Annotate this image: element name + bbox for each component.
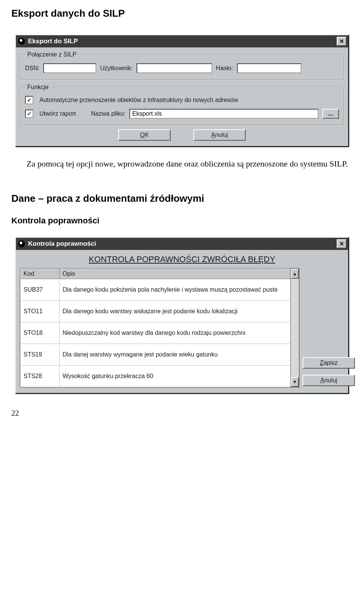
create-report-label: Utwórz raport bbox=[39, 110, 76, 117]
col-desc-header[interactable]: Opis bbox=[60, 269, 290, 279]
page-heading: Eksport danych do SILP bbox=[11, 8, 353, 19]
export-dialog: Eksport do SILP ✕ Połączenie z SILP DSN:… bbox=[15, 35, 349, 147]
browse-button[interactable]: ... bbox=[322, 109, 339, 119]
filename-label: Nazwa pliku: bbox=[91, 110, 126, 117]
body-paragraph: Za pomocą tej opcji nowe, wprowadzone da… bbox=[11, 158, 353, 170]
table-row[interactable]: SUB37 Dla danego kodu położenia pola nac… bbox=[20, 279, 290, 300]
cell-desc: Niedopuszczalny kod warstwy dla danego k… bbox=[60, 322, 290, 344]
error-table-wrap: Kod Opis SUB37 Dla danego kodu położenia… bbox=[20, 268, 300, 388]
kontrola-dialog-titlebar: Kontrola poprawności ✕ bbox=[16, 238, 348, 250]
connection-group: Połączenie z SILP DSN: Użytkownik: Hasło… bbox=[20, 51, 344, 80]
kontrola-dialog-title: Kontrola poprawności bbox=[28, 240, 96, 248]
app-icon bbox=[18, 38, 25, 45]
password-input[interactable] bbox=[237, 63, 301, 73]
scrollbar[interactable]: ▲ ▼ bbox=[290, 269, 299, 387]
connection-legend: Połączenie z SILP bbox=[25, 51, 79, 58]
cell-desc: Dla danej warstwy wymagane jest podanie … bbox=[60, 344, 290, 365]
save-button[interactable]: Zapisz bbox=[303, 357, 355, 369]
page-number: 22 bbox=[11, 409, 353, 418]
cell-code: STS19 bbox=[20, 344, 60, 365]
kontrola-dialog: Kontrola poprawności ✕ KONTROLA POPRAWNO… bbox=[15, 237, 349, 394]
ok-button[interactable]: OK bbox=[118, 129, 171, 141]
auto-move-label: Automatyczne przenoszenie obiektów z inf… bbox=[39, 97, 238, 104]
app-icon bbox=[18, 240, 25, 247]
section-heading: Dane – praca z dokumentami źródłowymi bbox=[11, 193, 353, 204]
cell-desc: Dla danego kodu położenia pola nachyleni… bbox=[60, 279, 290, 300]
password-label: Hasło: bbox=[216, 65, 233, 72]
table-row[interactable]: STS28 Wysokość gatunku przekracza 60 bbox=[20, 365, 290, 387]
close-icon[interactable]: ✕ bbox=[337, 239, 347, 248]
cancel-button[interactable]: Anuluj bbox=[193, 129, 246, 141]
dsn-input[interactable] bbox=[43, 63, 96, 73]
cell-code: STO11 bbox=[20, 300, 60, 322]
cell-code: STS28 bbox=[20, 365, 60, 387]
error-table: Kod Opis SUB37 Dla danego kodu położenia… bbox=[20, 269, 290, 387]
cell-code: SUB37 bbox=[20, 279, 60, 300]
dsn-label: DSN: bbox=[25, 65, 39, 72]
user-input[interactable] bbox=[136, 63, 212, 73]
create-report-checkbox[interactable]: ✓ bbox=[25, 110, 33, 118]
auto-move-checkbox[interactable]: ✓ bbox=[25, 96, 33, 104]
table-row[interactable]: STO18 Niedopuszczalny kod warstwy dla da… bbox=[20, 322, 290, 344]
cell-code: STO18 bbox=[20, 322, 60, 344]
scroll-down-icon[interactable]: ▼ bbox=[291, 377, 299, 387]
filename-input[interactable] bbox=[129, 109, 318, 119]
export-dialog-title: Eksport do SILP bbox=[28, 38, 78, 45]
cell-desc: Dla danego kodu warstwy wskazane jest po… bbox=[60, 300, 290, 322]
functions-group: Funkcje ✓ Automatyczne przenoszenie obie… bbox=[20, 84, 344, 126]
table-row[interactable]: STS19 Dla danej warstwy wymagane jest po… bbox=[20, 344, 290, 365]
table-row[interactable]: STO11 Dla danego kodu warstwy wskazane j… bbox=[20, 300, 290, 322]
col-code-header[interactable]: Kod bbox=[20, 269, 60, 279]
cancel-button[interactable]: Anuluj bbox=[303, 375, 355, 386]
export-dialog-titlebar: Eksport do SILP ✕ bbox=[16, 35, 348, 47]
kontrola-banner: KONTROLA POPRAWNOŚCI ZWRÓCIŁA BŁĘDY bbox=[20, 254, 344, 264]
cell-desc: Wysokość gatunku przekracza 60 bbox=[60, 365, 290, 387]
user-label: Użytkownik: bbox=[100, 65, 132, 72]
close-icon[interactable]: ✕ bbox=[337, 37, 347, 46]
scroll-up-icon[interactable]: ▲ bbox=[291, 269, 299, 279]
functions-legend: Funkcje bbox=[25, 84, 51, 91]
subheading: Kontrola poprawności bbox=[11, 216, 353, 226]
